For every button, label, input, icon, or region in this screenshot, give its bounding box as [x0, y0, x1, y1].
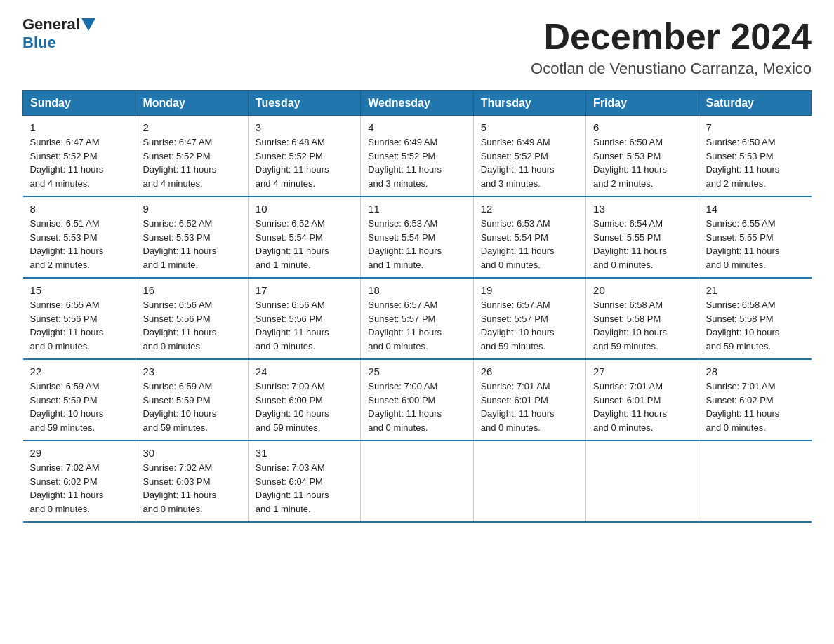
day-number: 11	[368, 203, 465, 215]
day-cell: 3Sunrise: 6:48 AM Sunset: 5:52 PM Daylig…	[248, 116, 360, 197]
day-info: Sunrise: 6:57 AM Sunset: 5:57 PM Dayligh…	[368, 298, 465, 353]
day-info: Sunrise: 6:47 AM Sunset: 5:52 PM Dayligh…	[143, 135, 240, 190]
day-cell: 10Sunrise: 6:52 AM Sunset: 5:54 PM Dayli…	[248, 196, 360, 278]
day-cell: 27Sunrise: 7:01 AM Sunset: 6:01 PM Dayli…	[586, 359, 699, 441]
day-cell: 4Sunrise: 6:49 AM Sunset: 5:52 PM Daylig…	[361, 116, 473, 197]
day-info: Sunrise: 6:49 AM Sunset: 5:52 PM Dayligh…	[368, 135, 465, 190]
day-info: Sunrise: 7:03 AM Sunset: 6:04 PM Dayligh…	[256, 461, 353, 516]
day-number: 6	[593, 121, 691, 133]
day-info: Sunrise: 6:47 AM Sunset: 5:52 PM Dayligh…	[30, 135, 128, 190]
day-cell: 31Sunrise: 7:03 AM Sunset: 6:04 PM Dayli…	[248, 441, 360, 522]
day-number: 14	[706, 203, 805, 215]
day-cell: 29Sunrise: 7:02 AM Sunset: 6:02 PM Dayli…	[23, 441, 135, 522]
day-number: 21	[706, 284, 805, 296]
day-info: Sunrise: 6:49 AM Sunset: 5:52 PM Dayligh…	[481, 135, 578, 190]
day-cell: 22Sunrise: 6:59 AM Sunset: 5:59 PM Dayli…	[23, 359, 135, 441]
day-info: Sunrise: 6:59 AM Sunset: 5:59 PM Dayligh…	[30, 380, 128, 434]
day-cell	[699, 441, 811, 522]
day-cell: 28Sunrise: 7:01 AM Sunset: 6:02 PM Dayli…	[699, 359, 811, 441]
day-number: 4	[368, 121, 465, 133]
day-info: Sunrise: 6:50 AM Sunset: 5:53 PM Dayligh…	[706, 135, 805, 190]
day-number: 28	[706, 365, 805, 377]
logo-text: General	[22, 17, 97, 32]
day-cell: 17Sunrise: 6:56 AM Sunset: 5:56 PM Dayli…	[248, 278, 360, 359]
header-tuesday: Tuesday	[248, 91, 360, 116]
page-header: General Blue December 2024 Ocotlan de Ve…	[22, 17, 812, 78]
day-info: Sunrise: 6:56 AM Sunset: 5:56 PM Dayligh…	[256, 298, 353, 353]
header-saturday: Saturday	[699, 91, 811, 116]
week-row-1: 1Sunrise: 6:47 AM Sunset: 5:52 PM Daylig…	[23, 116, 812, 197]
day-number: 2	[143, 121, 240, 133]
day-info: Sunrise: 7:01 AM Sunset: 6:02 PM Dayligh…	[706, 380, 805, 434]
day-info: Sunrise: 6:56 AM Sunset: 5:56 PM Dayligh…	[143, 298, 240, 353]
day-info: Sunrise: 6:52 AM Sunset: 5:53 PM Dayligh…	[143, 217, 240, 271]
day-number: 8	[30, 203, 128, 215]
day-cell: 11Sunrise: 6:53 AM Sunset: 5:54 PM Dayli…	[361, 196, 473, 278]
day-cell: 2Sunrise: 6:47 AM Sunset: 5:52 PM Daylig…	[135, 116, 248, 197]
day-cell: 7Sunrise: 6:50 AM Sunset: 5:53 PM Daylig…	[699, 116, 811, 197]
week-row-4: 22Sunrise: 6:59 AM Sunset: 5:59 PM Dayli…	[23, 359, 812, 441]
day-info: Sunrise: 7:01 AM Sunset: 6:01 PM Dayligh…	[481, 380, 578, 434]
day-cell: 23Sunrise: 6:59 AM Sunset: 5:59 PM Dayli…	[135, 359, 248, 441]
day-cell: 15Sunrise: 6:55 AM Sunset: 5:56 PM Dayli…	[23, 278, 135, 359]
day-cell	[473, 441, 585, 522]
header-wednesday: Wednesday	[361, 91, 473, 116]
day-cell: 13Sunrise: 6:54 AM Sunset: 5:55 PM Dayli…	[586, 196, 699, 278]
day-number: 23	[143, 365, 240, 377]
day-info: Sunrise: 6:52 AM Sunset: 5:54 PM Dayligh…	[256, 217, 353, 271]
header-sunday: Sunday	[23, 91, 135, 116]
day-cell: 8Sunrise: 6:51 AM Sunset: 5:53 PM Daylig…	[23, 196, 135, 278]
day-cell: 12Sunrise: 6:53 AM Sunset: 5:54 PM Dayli…	[473, 196, 585, 278]
day-info: Sunrise: 6:58 AM Sunset: 5:58 PM Dayligh…	[593, 298, 691, 353]
day-info: Sunrise: 6:53 AM Sunset: 5:54 PM Dayligh…	[368, 217, 465, 271]
day-cell: 9Sunrise: 6:52 AM Sunset: 5:53 PM Daylig…	[135, 196, 248, 278]
day-cell: 25Sunrise: 7:00 AM Sunset: 6:00 PM Dayli…	[361, 359, 473, 441]
header-thursday: Thursday	[473, 91, 585, 116]
calendar-table: SundayMondayTuesdayWednesdayThursdayFrid…	[22, 90, 812, 523]
day-number: 29	[30, 447, 128, 459]
day-cell: 5Sunrise: 6:49 AM Sunset: 5:52 PM Daylig…	[473, 116, 585, 197]
day-number: 9	[143, 203, 240, 215]
day-number: 10	[256, 203, 353, 215]
day-number: 30	[143, 447, 240, 459]
day-number: 26	[481, 365, 578, 377]
day-number: 22	[30, 365, 128, 377]
day-cell: 16Sunrise: 6:56 AM Sunset: 5:56 PM Dayli…	[135, 278, 248, 359]
day-info: Sunrise: 6:51 AM Sunset: 5:53 PM Dayligh…	[30, 217, 128, 271]
day-cell: 26Sunrise: 7:01 AM Sunset: 6:01 PM Dayli…	[473, 359, 585, 441]
day-number: 18	[368, 284, 465, 296]
day-cell	[586, 441, 699, 522]
day-number: 7	[706, 121, 805, 133]
day-cell: 19Sunrise: 6:57 AM Sunset: 5:57 PM Dayli…	[473, 278, 585, 359]
header-monday: Monday	[135, 91, 248, 116]
day-info: Sunrise: 7:00 AM Sunset: 6:00 PM Dayligh…	[256, 380, 353, 434]
title-block: December 2024 Ocotlan de Venustiano Carr…	[531, 17, 812, 78]
day-number: 3	[256, 121, 353, 133]
header-friday: Friday	[586, 91, 699, 116]
day-info: Sunrise: 6:53 AM Sunset: 5:54 PM Dayligh…	[481, 217, 578, 271]
day-number: 19	[481, 284, 578, 296]
day-number: 20	[593, 284, 691, 296]
day-info: Sunrise: 6:58 AM Sunset: 5:58 PM Dayligh…	[706, 298, 805, 353]
logo-triangle-icon	[81, 18, 95, 31]
day-cell	[361, 441, 473, 522]
subtitle: Ocotlan de Venustiano Carranza, Mexico	[531, 60, 812, 78]
day-number: 5	[481, 121, 578, 133]
day-info: Sunrise: 7:02 AM Sunset: 6:03 PM Dayligh…	[143, 461, 240, 516]
calendar-header: SundayMondayTuesdayWednesdayThursdayFrid…	[23, 91, 812, 116]
day-cell: 18Sunrise: 6:57 AM Sunset: 5:57 PM Dayli…	[361, 278, 473, 359]
day-info: Sunrise: 6:48 AM Sunset: 5:52 PM Dayligh…	[256, 135, 353, 190]
week-row-5: 29Sunrise: 7:02 AM Sunset: 6:02 PM Dayli…	[23, 441, 812, 522]
logo-general: General	[22, 17, 80, 32]
day-info: Sunrise: 6:50 AM Sunset: 5:53 PM Dayligh…	[593, 135, 691, 190]
day-cell: 14Sunrise: 6:55 AM Sunset: 5:55 PM Dayli…	[699, 196, 811, 278]
day-cell: 21Sunrise: 6:58 AM Sunset: 5:58 PM Dayli…	[699, 278, 811, 359]
day-number: 17	[256, 284, 353, 296]
logo-blue: Blue	[22, 34, 56, 52]
week-row-3: 15Sunrise: 6:55 AM Sunset: 5:56 PM Dayli…	[23, 278, 812, 359]
logo: General Blue	[22, 17, 97, 52]
day-info: Sunrise: 6:55 AM Sunset: 5:55 PM Dayligh…	[706, 217, 805, 271]
day-info: Sunrise: 7:00 AM Sunset: 6:00 PM Dayligh…	[368, 380, 465, 434]
day-number: 12	[481, 203, 578, 215]
day-info: Sunrise: 6:57 AM Sunset: 5:57 PM Dayligh…	[481, 298, 578, 353]
